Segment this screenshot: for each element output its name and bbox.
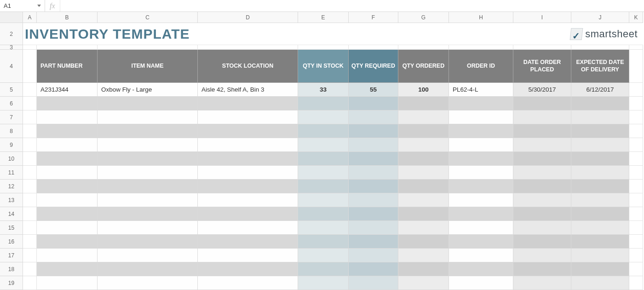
cell-expected-delivery[interactable] [571,110,629,124]
empty-cell[interactable] [298,45,349,50]
empty-cell[interactable] [513,45,571,50]
cell-expected-delivery[interactable] [571,235,629,249]
cell-stock-location[interactable] [198,235,298,249]
header-qty-ordered[interactable]: QTY ORDERED [398,50,449,83]
cell-item-name[interactable]: Oxbow Fly - Large [98,83,198,97]
cell-qty-ordered[interactable] [398,276,449,290]
cell-qty-required[interactable] [349,110,398,124]
cell-order-id[interactable]: PL62-4-L [449,83,513,97]
cell-qty-required[interactable] [349,193,398,207]
cell-part-number[interactable] [37,235,98,249]
empty-cell[interactable] [629,207,643,221]
cell-qty-in-stock[interactable] [298,276,349,290]
column-header[interactable]: J [571,12,629,23]
cell-qty-in-stock[interactable] [298,124,349,138]
cell-order-id[interactable] [449,221,513,235]
empty-cell[interactable] [23,166,37,180]
empty-cell[interactable] [629,235,643,249]
cell-date-placed[interactable] [513,110,571,124]
cell-date-placed[interactable] [513,180,571,193]
cell-expected-delivery[interactable] [571,207,629,221]
cell-expected-delivery[interactable] [571,262,629,276]
cell-qty-required[interactable] [349,166,398,180]
cell-order-id[interactable] [449,249,513,262]
empty-cell[interactable] [23,124,37,138]
empty-cell[interactable] [629,83,643,97]
empty-cell[interactable] [23,221,37,235]
column-header[interactable]: C [98,12,198,23]
cell-stock-location[interactable] [198,221,298,235]
cell-qty-in-stock[interactable] [298,110,349,124]
empty-cell[interactable] [629,180,643,193]
cell-qty-required[interactable] [349,221,398,235]
empty-cell[interactable] [23,50,37,83]
empty-cell[interactable] [629,97,643,110]
dropdown-triangle-icon[interactable] [37,5,41,7]
cell-qty-ordered[interactable] [398,262,449,276]
column-header[interactable]: K [629,12,643,23]
row-header[interactable]: 2 [0,23,23,45]
header-date-placed[interactable]: DATE ORDER PLACED [513,50,571,83]
row-header[interactable]: 17 [0,249,23,262]
cell-expected-delivery[interactable]: 6/12/2017 [571,83,629,97]
cell-stock-location[interactable] [198,249,298,262]
row-header[interactable]: 9 [0,138,23,152]
cell-stock-location[interactable] [198,180,298,193]
cell-qty-ordered[interactable] [398,235,449,249]
empty-cell[interactable] [37,45,98,50]
row-header[interactable]: 4 [0,50,23,83]
name-box[interactable]: A1 [0,0,45,12]
cell-qty-required[interactable] [349,97,398,110]
cell-expected-delivery[interactable] [571,124,629,138]
cell-order-id[interactable] [449,152,513,166]
cell-stock-location[interactable] [198,110,298,124]
empty-cell[interactable] [449,45,513,50]
row-header[interactable]: 14 [0,207,23,221]
cell-qty-required[interactable] [349,180,398,193]
column-header[interactable]: G [398,12,449,23]
empty-cell[interactable] [629,249,643,262]
cell-qty-required[interactable] [349,207,398,221]
header-qty-required[interactable]: QTY REQUIRED [349,50,398,83]
column-header[interactable]: I [513,12,571,23]
cell-part-number[interactable] [37,166,98,180]
cell-qty-in-stock[interactable] [298,262,349,276]
cell-order-id[interactable] [449,97,513,110]
cell-qty-required[interactable] [349,124,398,138]
select-all-corner[interactable] [0,12,23,23]
cell-qty-in-stock[interactable] [298,249,349,262]
empty-cell[interactable] [23,193,37,207]
cell-qty-required[interactable] [349,276,398,290]
row-header[interactable]: 10 [0,152,23,166]
cell-part-number[interactable] [37,276,98,290]
row-header[interactable]: 8 [0,124,23,138]
row-header[interactable]: 5 [0,83,23,97]
cell-date-placed[interactable] [513,262,571,276]
cell-expected-delivery[interactable] [571,221,629,235]
empty-cell[interactable] [629,193,643,207]
cell-qty-ordered[interactable] [398,221,449,235]
empty-cell[interactable] [23,83,37,97]
row-header[interactable]: 11 [0,166,23,180]
row-header[interactable]: 15 [0,221,23,235]
empty-cell[interactable] [98,45,198,50]
cell-item-name[interactable] [98,152,198,166]
empty-cell[interactable] [23,152,37,166]
cell-qty-ordered[interactable] [398,138,449,152]
cell-qty-in-stock[interactable] [298,152,349,166]
cell-part-number[interactable] [37,152,98,166]
cell-qty-ordered[interactable] [398,166,449,180]
row-header[interactable]: 18 [0,262,23,276]
cell-part-number[interactable] [37,193,98,207]
row-header[interactable]: 6 [0,97,23,110]
cell-date-placed[interactable] [513,207,571,221]
cell-expected-delivery[interactable] [571,166,629,180]
empty-cell[interactable] [23,207,37,221]
cell-qty-ordered[interactable] [398,193,449,207]
formula-input[interactable] [60,0,644,12]
header-order-id[interactable]: ORDER ID [449,50,513,83]
empty-cell[interactable] [629,124,643,138]
cell-part-number[interactable] [37,262,98,276]
empty-cell[interactable] [23,249,37,262]
cell-qty-ordered[interactable] [398,180,449,193]
